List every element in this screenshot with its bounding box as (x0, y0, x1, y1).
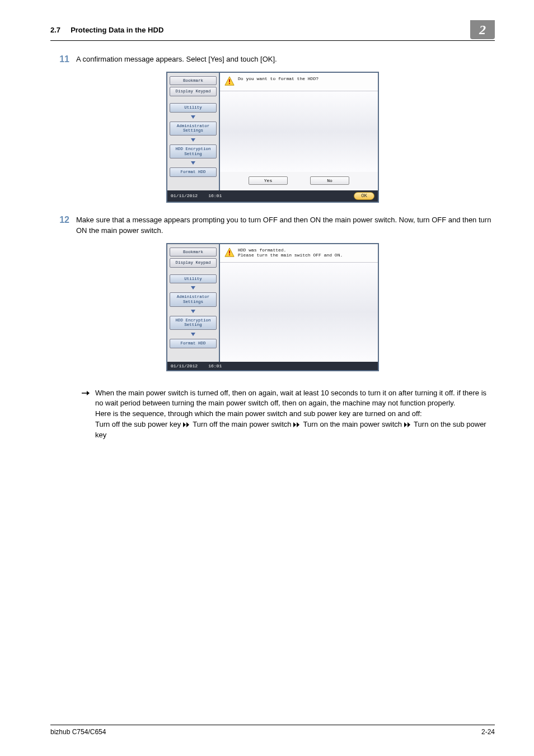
down-arrow-icon (190, 160, 196, 166)
step-11: 11 A confirmation message appears. Selec… (50, 54, 495, 65)
display-keypad-button[interactable]: Display Keypad (170, 258, 217, 268)
footer-product: bizhub C754/C654 (50, 728, 106, 736)
svg-marker-15 (186, 422, 189, 427)
admin-settings-button[interactable]: Administrator Settings (170, 122, 217, 136)
bookmark-button[interactable]: Bookmark (170, 248, 217, 257)
status-bar: 01/11/2012 16:01 (167, 362, 378, 370)
svg-rect-4 (229, 79, 230, 82)
format-hdd-button[interactable]: Format HDD (170, 339, 217, 348)
step-text: Make sure that a message appears prompti… (76, 215, 495, 236)
section-heading: 2.7 Protecting Data in the HDD (50, 22, 163, 34)
device-sidebar: Bookmark Display Keypad Utility Administ… (167, 244, 219, 362)
svg-marker-0 (191, 115, 195, 119)
down-arrow-icon (190, 285, 196, 291)
yes-no-row: Yes No (220, 172, 378, 190)
message-row: Do you want to format the HDD? (220, 73, 378, 91)
step-12: 12 Make sure that a message appears prom… (50, 215, 495, 236)
page-header: 2.7 Protecting Data in the HDD 2 (50, 22, 495, 41)
hdd-encryption-button[interactable]: HDD Encryption Setting (170, 316, 217, 330)
svg-marker-14 (183, 422, 186, 427)
section-number: 2.7 (50, 26, 60, 34)
sequence-step-1: Turn off the sub power key (95, 420, 181, 428)
ok-button[interactable]: OK (354, 192, 374, 200)
dialog-message: HDD was formatted. Please turn the main … (238, 248, 343, 258)
svg-marker-18 (404, 422, 407, 427)
svg-marker-2 (191, 161, 195, 165)
status-date: 01/11/2012 (171, 363, 198, 368)
chapter-badge: 2 (470, 20, 495, 39)
utility-button[interactable]: Utility (170, 103, 217, 113)
bullet-block: When the main power switch is turned off… (50, 384, 495, 441)
sequence-step-3: Turn on the main power switch (303, 420, 402, 428)
step-text: A confirmation message appears. Select [… (76, 54, 495, 65)
bookmark-button[interactable]: Bookmark (170, 76, 217, 86)
hdd-encryption-button[interactable]: HDD Encryption Setting (170, 144, 217, 158)
svg-rect-11 (229, 254, 230, 255)
utility-button[interactable]: Utility (170, 274, 217, 284)
section-title: Protecting Data in the HDD (71, 26, 163, 34)
dialog-message: Do you want to format the HDD? (238, 76, 318, 82)
svg-marker-7 (191, 310, 195, 313)
svg-rect-5 (229, 83, 230, 84)
arrow-right-icon (76, 388, 90, 441)
double-arrow-icon (293, 419, 301, 430)
sequence-step-2: Turn off the main power switch (193, 420, 291, 428)
down-arrow-icon (190, 137, 196, 143)
svg-marker-13 (87, 391, 90, 395)
down-arrow-icon (190, 309, 196, 314)
svg-rect-10 (229, 250, 230, 253)
down-arrow-icon (190, 114, 196, 120)
svg-marker-19 (407, 422, 410, 427)
device-screenshot-1: Bookmark Display Keypad Utility Administ… (166, 72, 379, 203)
step-number: 12 (50, 215, 76, 236)
status-bar: 01/11/2012 16:01 OK (167, 190, 378, 202)
page-footer: bizhub C754/C654 2-24 (50, 725, 495, 736)
svg-marker-6 (191, 286, 195, 290)
status-time: 16:01 (208, 193, 222, 198)
svg-marker-16 (293, 422, 296, 427)
svg-marker-1 (191, 138, 195, 142)
double-arrow-icon (183, 419, 191, 430)
device-sidebar: Bookmark Display Keypad Utility Administ… (167, 73, 219, 190)
display-keypad-button[interactable]: Display Keypad (170, 87, 217, 96)
bullet-paragraph-2: Here is the sequence, through which the … (95, 409, 422, 418)
down-arrow-icon (190, 332, 196, 337)
message-row: HDD was formatted. Please turn the main … (220, 244, 378, 263)
device-screenshot-2: Bookmark Display Keypad Utility Administ… (166, 243, 379, 371)
warning-icon (224, 76, 235, 87)
step-number: 11 (50, 54, 76, 65)
svg-marker-8 (191, 333, 195, 336)
warning-icon (224, 248, 235, 259)
bullet-paragraph-1: When the main power switch is turned off… (95, 389, 486, 408)
status-time: 16:01 (208, 363, 222, 368)
admin-settings-button[interactable]: Administrator Settings (170, 292, 217, 306)
format-hdd-button[interactable]: Format HDD (170, 167, 217, 177)
status-date: 01/11/2012 (171, 193, 198, 198)
yes-button[interactable]: Yes (249, 176, 288, 185)
double-arrow-icon (404, 419, 412, 430)
svg-marker-17 (297, 422, 299, 427)
footer-page: 2-24 (481, 728, 495, 736)
no-button[interactable]: No (310, 176, 349, 185)
